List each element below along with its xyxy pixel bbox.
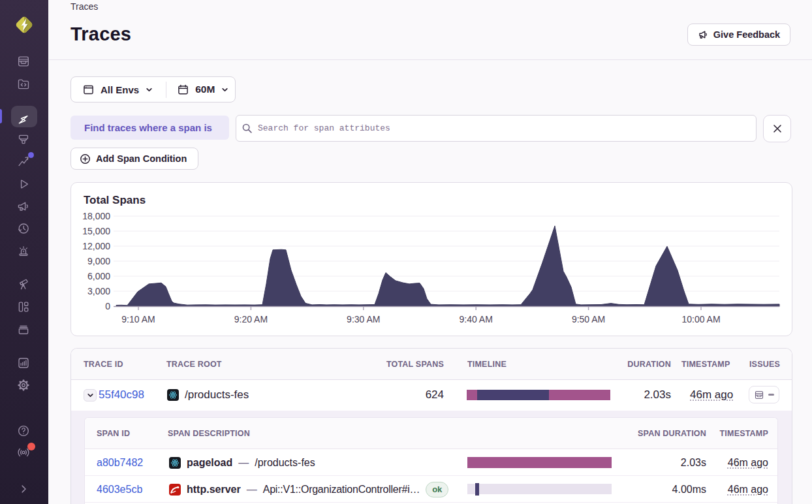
svg-text:15,000: 15,000 bbox=[82, 226, 110, 236]
svg-text:10:00 AM: 10:00 AM bbox=[681, 314, 720, 324]
svg-text:9,000: 9,000 bbox=[87, 256, 110, 266]
svg-text:18,000: 18,000 bbox=[82, 211, 110, 221]
svg-text:9:10 AM: 9:10 AM bbox=[121, 314, 155, 324]
svg-text:12,000: 12,000 bbox=[82, 241, 110, 251]
svg-text:6,000: 6,000 bbox=[87, 271, 110, 281]
svg-text:0: 0 bbox=[105, 301, 110, 311]
svg-text:9:30 AM: 9:30 AM bbox=[347, 314, 380, 324]
svg-text:3,000: 3,000 bbox=[87, 286, 110, 296]
svg-text:9:20 AM: 9:20 AM bbox=[234, 314, 268, 324]
svg-text:9:50 AM: 9:50 AM bbox=[572, 314, 605, 324]
svg-text:9:40 AM: 9:40 AM bbox=[460, 314, 493, 324]
